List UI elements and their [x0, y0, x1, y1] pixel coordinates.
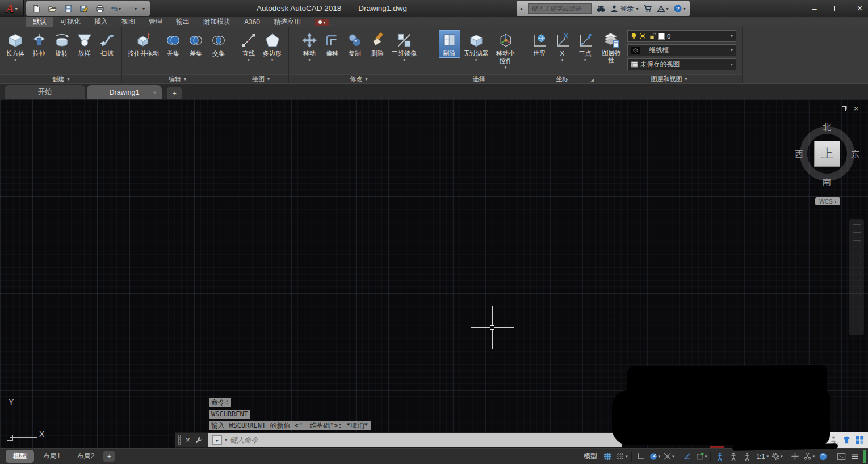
viewcube-east[interactable]: 东 — [851, 149, 859, 160]
panel-label-layers-views[interactable]: 图层和视图 ▾ — [596, 74, 742, 83]
chevron-down-icon[interactable]: ▾ — [659, 454, 661, 459]
redo-dropdown-icon[interactable]: ▾ — [135, 6, 137, 11]
ribbon-tab-insert[interactable]: 插入 — [87, 17, 115, 27]
ribbon-tab-home[interactable]: 默认 — [26, 17, 53, 27]
sign-in-button[interactable]: 登录 ▾ — [610, 4, 639, 14]
tray-grid-squares-icon[interactable] — [856, 436, 864, 444]
panel-label-draw[interactable]: 绘图 ▾ — [233, 74, 288, 83]
new-layout-button[interactable]: + — [103, 451, 115, 462]
file-tab-drawing1[interactable]: Drawing1 × — [87, 85, 162, 99]
ribbon-tab-addins[interactable]: 附加模块 — [196, 17, 237, 27]
wcs-dropdown[interactable]: WCS ▾ — [815, 197, 840, 205]
intersect-button[interactable]: 交集 — [208, 30, 229, 58]
object-snap-tracking-toggle[interactable]: ▾ — [662, 450, 676, 463]
command-line-customize-icon[interactable] — [195, 436, 203, 444]
viewcube-north[interactable]: 北 — [823, 122, 831, 133]
object-snap-toggle[interactable]: ▾ — [694, 450, 708, 463]
qat-customize-icon[interactable]: ▾ — [142, 6, 145, 11]
x-axis-button[interactable]: X X ▾ — [552, 30, 573, 63]
ribbon-tab-a360[interactable]: A360 — [237, 17, 267, 27]
isolate-objects-button[interactable]: ▾ — [802, 450, 816, 463]
viewcube-west[interactable]: 西 — [795, 149, 803, 160]
polygon-button[interactable]: 多边形 ▾ — [261, 30, 284, 63]
model-tab[interactable]: 模型 — [6, 450, 34, 463]
viewcube-top-face[interactable]: 上 — [814, 141, 840, 167]
command-line-grip[interactable] — [178, 435, 181, 445]
command-suggestion-icon[interactable]: ▸ — [212, 435, 222, 445]
view-dropdown[interactable]: 未保存的视图 ▾ — [627, 58, 736, 70]
app-menu-button[interactable]: A ▾ — [0, 0, 24, 17]
navigation-bar[interactable] — [849, 219, 864, 335]
three-point-button[interactable]: 三点 ▾ — [575, 30, 596, 63]
maximize-button[interactable] — [834, 6, 840, 11]
loft-button[interactable]: 放样 — [74, 30, 95, 58]
open-file-button[interactable] — [47, 3, 57, 14]
annotation-monitor-toggle[interactable] — [789, 450, 802, 463]
layer-dropdown[interactable]: 0 ▾ — [627, 30, 736, 42]
expand-arrow-icon[interactable]: ▸ — [521, 6, 523, 11]
ribbon-record-icon[interactable]: ▾ — [315, 19, 329, 26]
copy-button[interactable]: 复制 — [344, 30, 366, 58]
culling-button[interactable]: 剔除 — [439, 30, 460, 58]
command-line-close-icon[interactable]: × — [186, 436, 190, 444]
minimize-button[interactable]: – — [812, 6, 816, 11]
undo-button[interactable]: ▾ — [111, 3, 121, 14]
chevron-down-icon[interactable]: ▾ — [626, 454, 628, 459]
filter-button[interactable]: 无过滤器 ▾ — [462, 30, 491, 63]
panel-label-modify[interactable]: 修改 ▾ — [289, 74, 429, 83]
orbit-icon[interactable] — [853, 272, 861, 280]
save-as-button[interactable] — [79, 3, 89, 14]
close-tab-icon[interactable]: × — [153, 89, 157, 96]
offset-button[interactable]: 偏移 — [321, 30, 343, 58]
move-button[interactable]: 移动 ▾ — [299, 30, 320, 63]
gizmo-button[interactable]: 移动小控件 ▾ — [492, 30, 519, 70]
help-search-input[interactable] — [528, 3, 592, 14]
viewcube-south[interactable]: 南 — [823, 177, 831, 188]
chevron-down-icon[interactable]: ▾ — [781, 454, 783, 459]
ribbon-tab-visualize[interactable]: 可视化 — [53, 17, 87, 27]
chevron-down-icon[interactable]: ▾ — [672, 454, 674, 459]
chevron-down-icon[interactable]: ▾ — [705, 454, 707, 459]
command-input-field[interactable]: ▸ ▾ — [208, 433, 622, 447]
panel-launcher-icon[interactable]: ◢ — [591, 78, 594, 82]
panel-label-coordinates[interactable]: 坐标 ◢ — [529, 74, 596, 83]
world-ucs-button[interactable]: 世界 — [529, 30, 551, 58]
box-button[interactable]: 长方体 ▾ — [4, 30, 27, 63]
annotation-scale-icon[interactable] — [740, 450, 753, 463]
zoom-icon[interactable] — [853, 256, 861, 264]
customization-menu-button[interactable] — [848, 450, 861, 463]
full-navigation-wheel-icon[interactable] — [853, 224, 861, 233]
ribbon-tab-view[interactable]: 视图 — [115, 17, 142, 27]
panel-label-selection[interactable]: 选择 — [429, 74, 529, 83]
a360-dropdown-icon[interactable]: ▾ — [666, 6, 669, 11]
model-space-toggle[interactable]: 模型 — [580, 452, 601, 461]
search-binoculars-icon[interactable] — [596, 5, 606, 13]
layout2-tab[interactable]: 布局2 — [70, 450, 102, 463]
tray-trusted-dwg-icon[interactable] — [842, 436, 851, 444]
chevron-down-icon[interactable]: ▾ — [225, 437, 227, 442]
union-button[interactable]: 并集 — [162, 30, 184, 58]
ortho-mode-toggle[interactable] — [634, 450, 647, 463]
ribbon-tab-manage[interactable]: 管理 — [142, 17, 169, 27]
ribbon-tab-featured-apps[interactable]: 精选应用 — [267, 17, 308, 27]
snap-mode-toggle[interactable]: ▾ — [615, 450, 629, 463]
layout1-tab[interactable]: 布局1 — [36, 450, 68, 463]
extrude-button[interactable]: 拉伸 — [28, 30, 50, 58]
grid-display-toggle[interactable] — [601, 450, 614, 463]
save-button[interactable] — [63, 3, 73, 14]
visual-style-dropdown[interactable]: 二维线框 ▾ — [627, 44, 736, 56]
erase-button[interactable]: 删除 — [367, 30, 388, 58]
presspull-button[interactable]: 按住并拖动 — [125, 30, 161, 58]
polar-tracking-toggle[interactable]: ▾ — [648, 450, 662, 463]
sign-in-dropdown-icon[interactable]: ▾ — [636, 6, 639, 11]
isodraft-toggle[interactable] — [681, 450, 694, 463]
doc-minimize-button[interactable]: – — [829, 104, 833, 113]
annotation-autoscale-toggle[interactable] — [727, 450, 740, 463]
mirror-3d-button[interactable]: 三维镜像 ▾ — [389, 30, 419, 63]
line-button[interactable]: 直线 ▾ — [238, 30, 259, 63]
app-store-cart-icon[interactable] — [643, 5, 652, 12]
layer-properties-button[interactable]: 图层特性 — [599, 29, 623, 65]
file-tab-start[interactable]: 开始 — [5, 85, 85, 99]
workspace-switch-button[interactable]: ▾ — [770, 450, 784, 463]
subtract-button[interactable]: 差集 — [185, 30, 207, 58]
